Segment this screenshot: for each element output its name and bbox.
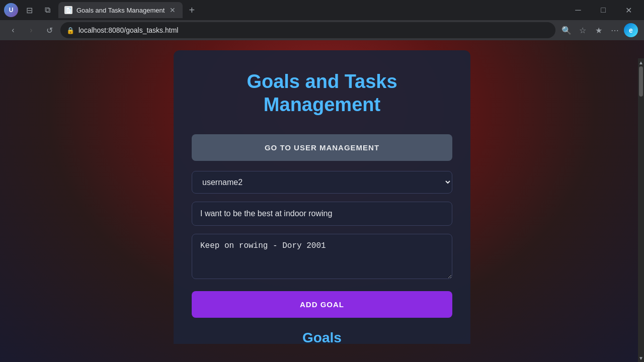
tab-title: Goals and Tasks Management [76, 7, 165, 14]
page-content: Goals and Tasks Management GO TO USER MA… [0, 40, 644, 344]
new-tab-button[interactable]: + [185, 3, 199, 17]
user-select[interactable]: username2 username1 username3 [192, 171, 452, 194]
minimize-button[interactable]: ─ [567, 2, 590, 18]
more-icon[interactable]: ⋯ [608, 23, 622, 37]
address-bar: ‹ › ↺ 🔒 localhost:8080/goals_tasks.html … [0, 20, 644, 40]
goal-title-input[interactable] [192, 202, 452, 226]
tab-favicon: 📄 [64, 6, 72, 14]
lock-icon: 🔒 [66, 27, 74, 34]
url-text: localhost:8080/goals_tasks.html [78, 26, 178, 34]
title-bar-right: ─ □ ✕ [567, 2, 640, 18]
scroll-down-arrow[interactable]: ▼ [638, 354, 644, 362]
add-goal-button[interactable]: ADD GOAL [192, 291, 452, 318]
title-bar-left: U ⊟ ⧉ [4, 3, 54, 17]
tab-close-button[interactable]: ✕ [169, 6, 177, 14]
go-to-user-management-button[interactable]: GO TO USER MANAGEMENT [192, 134, 452, 161]
profile-icon[interactable]: U [4, 3, 18, 17]
scrollbar[interactable]: ▲ ▼ [638, 58, 644, 362]
main-card: Goals and Tasks Management GO TO USER MA… [174, 50, 470, 344]
search-icon[interactable]: 🔍 [559, 23, 574, 37]
refresh-button[interactable]: ↺ [42, 23, 56, 37]
address-right: 🔍 ☆ ★ ⋯ e [559, 23, 638, 37]
forward-button[interactable]: › [24, 23, 38, 37]
new-window-icon[interactable]: ⧉ [40, 3, 54, 17]
title-bar: U ⊟ ⧉ 📄 Goals and Tasks Management ✕ + ─… [0, 0, 644, 20]
favorites-icon[interactable]: ☆ [576, 23, 590, 37]
scroll-up-arrow[interactable]: ▲ [638, 58, 644, 66]
active-tab[interactable]: 📄 Goals and Tasks Management ✕ [58, 2, 183, 18]
goals-heading: Goals [192, 330, 452, 344]
tab-list-icon[interactable]: ⊟ [22, 3, 36, 17]
close-button[interactable]: ✕ [617, 2, 640, 18]
scrollbar-thumb[interactable] [639, 66, 643, 97]
collections-icon[interactable]: ★ [592, 23, 606, 37]
url-bar[interactable]: 🔒 localhost:8080/goals_tasks.html [60, 22, 555, 38]
goal-description-textarea[interactable]: Keep on rowing - Dory 2001 [192, 234, 452, 279]
page-title: Goals and Tasks Management [192, 70, 452, 116]
back-button[interactable]: ‹ [6, 23, 20, 37]
edge-icon[interactable]: e [624, 23, 638, 37]
maximize-button[interactable]: □ [592, 2, 615, 18]
browser-chrome: U ⊟ ⧉ 📄 Goals and Tasks Management ✕ + ─… [0, 0, 644, 40]
